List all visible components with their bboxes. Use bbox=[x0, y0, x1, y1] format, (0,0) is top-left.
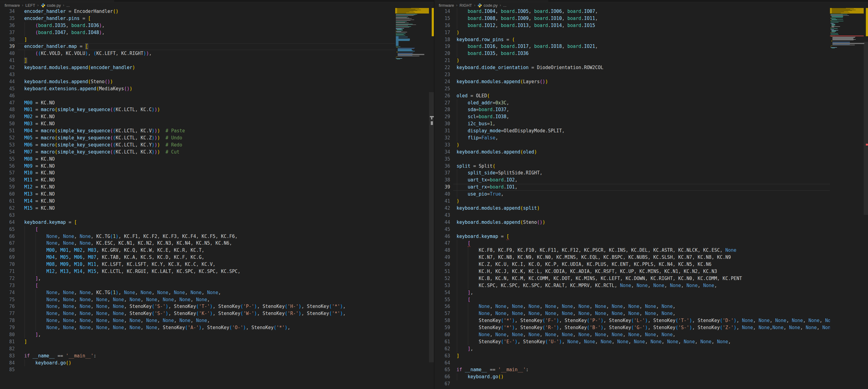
code-line[interactable] bbox=[24, 366, 395, 373]
breadcrumb-item[interactable]: ... bbox=[66, 3, 70, 8]
code-line[interactable]: None, None, None, None, None, None, None… bbox=[457, 310, 830, 317]
code-line[interactable]: [ bbox=[457, 240, 830, 247]
code-line[interactable]: uart_tx=board.IO2, bbox=[457, 177, 830, 184]
code-line[interactable]: flip=False, bbox=[457, 134, 830, 142]
code-line[interactable]: keyboard.modules.append(Steno()) bbox=[457, 219, 830, 226]
code-line[interactable] bbox=[24, 346, 395, 353]
breadcrumb-item[interactable]: LEFT bbox=[26, 3, 35, 8]
code-line[interactable]: M07 = macro(simple_key_sequence((KC.LCTL… bbox=[24, 149, 395, 156]
code-line[interactable]: keyboard.keymap = [ bbox=[457, 233, 830, 240]
code-line[interactable]: keyboard.keymap = [ bbox=[24, 219, 395, 226]
code-line[interactable]: ] bbox=[457, 353, 830, 360]
code-line[interactable]: ], bbox=[24, 331, 395, 338]
code-line[interactable]: None, None, None, None, None, StenoKey('… bbox=[24, 303, 395, 310]
code-line[interactable]: [ bbox=[24, 282, 395, 289]
code-line[interactable]: [ bbox=[457, 296, 830, 303]
code-line[interactable]: keyboard.modules.append(Steno()) bbox=[24, 78, 395, 85]
code-line[interactable]: KC.SPC, KC.SPC, KC.SPC, KC.RALT, KC.MPRV… bbox=[457, 282, 830, 289]
overview-ruler[interactable] bbox=[864, 0, 868, 389]
code-line[interactable]: sda=board.IO37, bbox=[457, 106, 830, 113]
code-line[interactable]: M05 = macro(simple_key_sequence((KC.LCTL… bbox=[24, 134, 395, 142]
minimap[interactable] bbox=[830, 0, 864, 389]
code-area[interactable]: board.IO04, board.IO05, board.IO06, boar… bbox=[457, 8, 830, 387]
minimap[interactable] bbox=[395, 0, 429, 389]
code-line[interactable]: M13 = KC.NO bbox=[24, 191, 395, 198]
code-line[interactable]: keyboard.diode_orientation = DiodeOrient… bbox=[457, 64, 830, 71]
code-line[interactable] bbox=[457, 156, 830, 163]
code-line[interactable]: None, None, None, KC.ESC, KC.N1, KC.N2, … bbox=[24, 240, 395, 247]
code-line[interactable] bbox=[24, 71, 395, 78]
code-line[interactable]: keyboard.modules.append(encoder_handler) bbox=[24, 64, 395, 71]
code-line[interactable]: None, None, None, KC.TG(1), None, None, … bbox=[24, 289, 395, 296]
code-area[interactable]: encoder_handler = EncoderHandler()encode… bbox=[24, 8, 395, 373]
code-line[interactable] bbox=[24, 92, 395, 99]
code-line[interactable]: StenoKey('E-'), StenoKey('U-'), None, No… bbox=[457, 338, 830, 346]
code-line[interactable]: M12, M13, M14, M15, KC.LCTL, KC.RGUI, KC… bbox=[24, 268, 395, 275]
code-line[interactable]: ] bbox=[24, 57, 395, 64]
code-line[interactable]: M12 = KC.NO bbox=[24, 184, 395, 191]
code-line[interactable]: ] bbox=[24, 36, 395, 43]
code-line[interactable]: split_side=SplitSide.RIGHT, bbox=[457, 170, 830, 177]
code-line[interactable]: KC.N7, KC.N8, KC.N9, KC.N0, KC.MINS, KC.… bbox=[457, 254, 830, 261]
code-line[interactable]: if __name__ == '__main__': bbox=[24, 353, 395, 360]
code-line[interactable]: KC.B, KC.N, KC.M, KC.COMM, KC.DOT, KC.MI… bbox=[457, 275, 830, 282]
code-line[interactable]: StenoKey('*'), StenoKey('F-'), StenoKey(… bbox=[457, 317, 830, 324]
code-line[interactable]: i2c_bus=1, bbox=[457, 120, 830, 127]
code-line[interactable]: None, None, None, None, None, StenoKey('… bbox=[24, 310, 395, 317]
code-line[interactable]: board.IO16, board.IO17, board.IO18, boar… bbox=[457, 43, 830, 50]
code-line[interactable]: KC.Z, KC.U, KC.I, KC.O, KC.P, KC.UDIA, K… bbox=[457, 261, 830, 268]
code-line[interactable]: M11 = KC.NO bbox=[24, 177, 395, 184]
code-line[interactable]: M02 = KC.NO bbox=[24, 113, 395, 120]
code-line[interactable]: keyboard.modules.append(split) bbox=[457, 205, 830, 212]
breadcrumb-item[interactable]: firmware bbox=[439, 3, 454, 8]
code-line[interactable] bbox=[24, 212, 395, 219]
code-line[interactable] bbox=[457, 226, 830, 233]
code-line[interactable]: keyboard.modules.append(oled) bbox=[457, 149, 830, 156]
code-line[interactable]: ], bbox=[457, 346, 830, 353]
code-line[interactable]: StenoKey('*'), StenoKey('R-'), StenoKey(… bbox=[457, 324, 830, 331]
code-line[interactable]: ) bbox=[457, 57, 830, 64]
code-line[interactable]: ) bbox=[457, 29, 830, 36]
code-line[interactable]: keyboard.go() bbox=[457, 373, 830, 380]
code-line[interactable]: M08, M09, M10, M11, KC.LSFT, KC.LSFT, KC… bbox=[24, 261, 395, 268]
code-line[interactable]: M08 = KC.NO bbox=[24, 156, 395, 163]
code-line[interactable]: [ bbox=[24, 226, 395, 233]
code-line[interactable] bbox=[457, 212, 830, 219]
breadcrumb-item[interactable]: firmware bbox=[5, 3, 20, 8]
code-line[interactable]: ) bbox=[457, 142, 830, 149]
code-line[interactable]: None, None, None, None, None, None, None… bbox=[457, 331, 830, 338]
code-line[interactable]: keyboard.go() bbox=[24, 360, 395, 367]
code-line[interactable]: KC.H, KC.J, KC.K, KC.L, KC.ODIA, KC.ADIA… bbox=[457, 268, 830, 275]
code-line[interactable] bbox=[457, 380, 830, 387]
code-line[interactable]: keyboard.modules.append(Layers()) bbox=[457, 78, 830, 85]
code-line[interactable]: board.IO08, board.IO09, board.IO10, boar… bbox=[457, 15, 830, 22]
code-line[interactable]: keyboard.row_pins = ( bbox=[457, 36, 830, 43]
code-line[interactable]: M04 = macro(simple_key_sequence((KC.LCTL… bbox=[24, 127, 395, 134]
code-line[interactable]: M14 = KC.NO bbox=[24, 198, 395, 205]
overview-ruler[interactable] bbox=[429, 0, 434, 389]
code-line[interactable]: display_mode=OledDisplayMode.SPLIT, bbox=[457, 127, 830, 134]
code-line[interactable]: (board.IO35, board.IO36), bbox=[24, 22, 395, 29]
code-line[interactable] bbox=[457, 360, 830, 367]
code-line[interactable]: M03 = KC.NO bbox=[24, 120, 395, 127]
code-line[interactable]: ] bbox=[24, 338, 395, 346]
code-line[interactable]: None, None, None, None, None, None, None… bbox=[24, 324, 395, 331]
code-line[interactable]: scl=board.IO38, bbox=[457, 113, 830, 120]
code-line[interactable]: oled_addr=0x3C, bbox=[457, 99, 830, 107]
code-line[interactable]: if __name__ == '__main__': bbox=[457, 366, 830, 373]
code-line[interactable]: split = Split( bbox=[457, 163, 830, 170]
code-line[interactable]: board.IO12, board.IO13, board.IO14, boar… bbox=[457, 22, 830, 29]
code-line[interactable]: uart_rx=board.IO1, bbox=[457, 184, 830, 191]
code-line[interactable]: M04, M05, M06, M07, KC.TAB, KC.A, KC.S, … bbox=[24, 254, 395, 261]
code-line[interactable]: M09 = KC.NO bbox=[24, 163, 395, 170]
code-line[interactable]: ], bbox=[457, 289, 830, 296]
code-line[interactable]: M06 = macro(simple_key_sequence((KC.LCTL… bbox=[24, 142, 395, 149]
code-line[interactable]: (board.IO47, board.IO48), bbox=[24, 29, 395, 36]
code-line[interactable]: M15 = KC.NO bbox=[24, 205, 395, 212]
code-line[interactable]: M00 = KC.NO bbox=[24, 99, 395, 107]
code-line[interactable]: None, None, None, None, None, None, None… bbox=[24, 317, 395, 324]
code-line[interactable]: None, None, None, None, None, None, None… bbox=[457, 303, 830, 310]
code-line[interactable]: ) bbox=[457, 198, 830, 205]
scrollbar-slider[interactable] bbox=[864, 42, 868, 215]
code-line[interactable] bbox=[457, 85, 830, 92]
